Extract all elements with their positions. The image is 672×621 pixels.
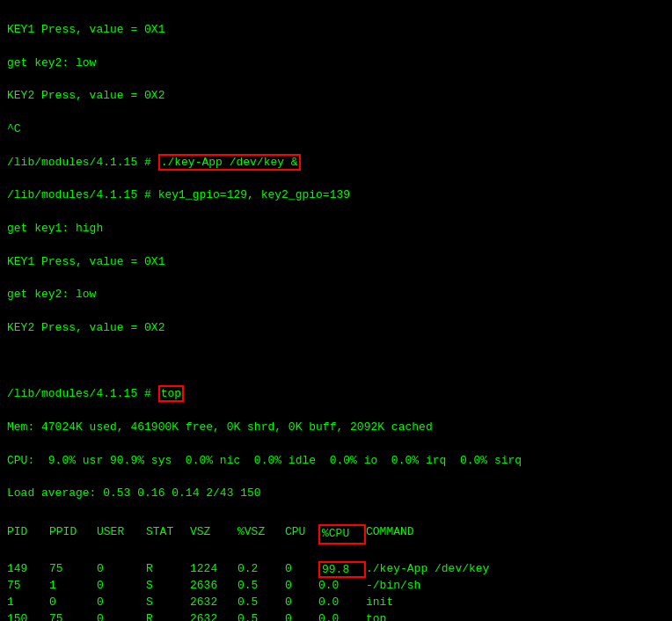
line-cmd1: /lib/modules/4.1.15 # ./key-App /dev/key…: [7, 154, 301, 171]
table-row: 100S26320.500.0init: [7, 595, 665, 611]
header-pvsz: %VSZ: [237, 524, 285, 544]
terminal: KEY1 Press, value = 0X1 get key2: low KE…: [0, 0, 672, 508]
line-top-cmd: /lib/modules/4.1.15 # top: [7, 385, 184, 402]
header-ppid: PPID: [49, 524, 97, 544]
line-mem: Mem: 47024K used, 461900K free, 0K shrd,…: [7, 420, 433, 434]
header-cpu: CPU: [285, 524, 318, 544]
line-key2-press: KEY2 Press, value = 0X2: [7, 89, 164, 102]
header-pid: PID: [7, 524, 49, 544]
line-key1-press: KEY1 Press, value = 0X1: [7, 23, 164, 36]
cmd1-highlight: ./key-App /dev/key &: [158, 154, 301, 171]
table-header: PID PPID USER STAT VSZ %VSZ CPU %CPU COM…: [7, 524, 665, 544]
top-highlight: top: [158, 385, 184, 402]
line-key1-high: get key1: high: [7, 222, 103, 235]
line-key2-low2: get key2: low: [7, 288, 96, 301]
header-vsz: VSZ: [190, 524, 237, 544]
header-user: USER: [97, 524, 146, 544]
line-key2-press2: KEY2 Press, value = 0X2: [7, 321, 164, 334]
line-cpu: CPU: 9.0% usr 90.9% sys 0.0% nic 0.0% id…: [7, 454, 522, 467]
line-gpio: /lib/modules/4.1.15 # key1_gpio=129, key…: [7, 188, 350, 201]
header-pcpu: %CPU: [318, 524, 366, 544]
process-table: 149750R12240.2099.8./key-App /dev/key751…: [7, 561, 665, 621]
line-load: Load average: 0.53 0.16 0.14 2/43 150: [7, 486, 261, 500]
line-ctrl-c: ^C: [7, 122, 21, 135]
table-row: 150750R26320.500.0top: [7, 611, 665, 621]
table-row: 7510S26360.500.0-/bin/sh: [7, 578, 665, 595]
line-key1-press2: KEY1 Press, value = 0X1: [7, 255, 164, 268]
line-get-key2-low: get key2: low: [7, 56, 96, 69]
header-stat: STAT: [146, 524, 190, 544]
table-row: 149750R12240.2099.8./key-App /dev/key: [7, 561, 665, 579]
header-command: COMMAND: [366, 524, 665, 544]
